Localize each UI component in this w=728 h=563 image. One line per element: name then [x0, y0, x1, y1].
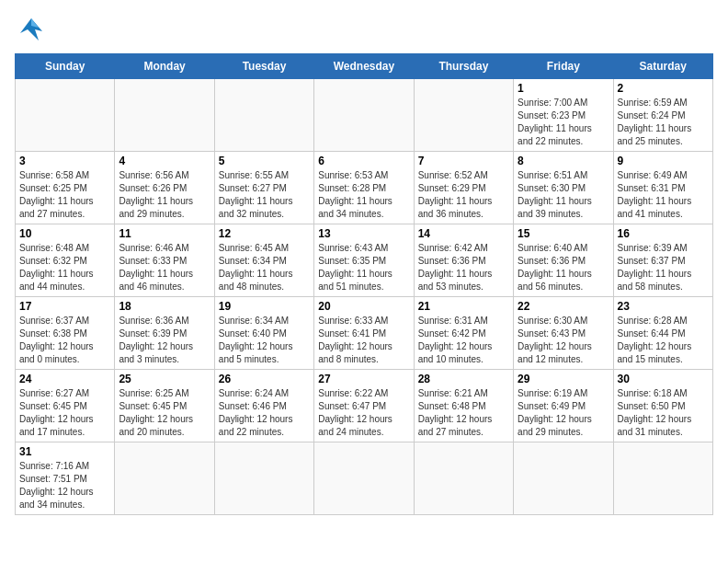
day-number: 8 — [518, 155, 609, 167]
day-info: Sunrise: 6:56 AM Sunset: 6:26 PM Dayligh… — [119, 169, 210, 221]
calendar-day-cell — [214, 79, 313, 152]
calendar-week-row: 31Sunrise: 7:16 AM Sunset: 7:51 PM Dayli… — [16, 442, 713, 515]
calendar-header-row: SundayMondayTuesdayWednesdayThursdayFrid… — [16, 54, 713, 79]
day-number: 23 — [618, 300, 709, 313]
day-info: Sunrise: 6:51 AM Sunset: 6:30 PM Dayligh… — [518, 169, 609, 221]
day-number: 5 — [219, 155, 310, 167]
weekday-header-tuesday: Tuesday — [214, 54, 313, 79]
calendar-week-row: 1Sunrise: 7:00 AM Sunset: 6:23 PM Daylig… — [16, 79, 713, 152]
day-info: Sunrise: 6:58 AM Sunset: 6:25 PM Dayligh… — [19, 169, 110, 221]
day-number: 4 — [119, 155, 210, 167]
calendar-day-cell: 30Sunrise: 6:18 AM Sunset: 6:50 PM Dayli… — [613, 370, 712, 442]
weekday-header-monday: Monday — [115, 54, 214, 79]
day-number: 28 — [418, 373, 509, 385]
calendar-day-cell: 27Sunrise: 6:22 AM Sunset: 6:47 PM Dayli… — [314, 370, 414, 442]
calendar-day-cell — [414, 79, 513, 152]
day-number: 25 — [119, 373, 210, 385]
day-info: Sunrise: 6:30 AM Sunset: 6:43 PM Dayligh… — [518, 315, 609, 366]
calendar-day-cell: 12Sunrise: 6:45 AM Sunset: 6:34 PM Dayli… — [214, 224, 313, 297]
calendar-week-row: 3Sunrise: 6:58 AM Sunset: 6:25 PM Daylig… — [16, 152, 713, 224]
day-number: 11 — [119, 227, 210, 240]
calendar-day-cell: 2Sunrise: 6:59 AM Sunset: 6:24 PM Daylig… — [613, 79, 712, 152]
calendar-day-cell: 22Sunrise: 6:30 AM Sunset: 6:43 PM Dayli… — [514, 297, 613, 370]
calendar-day-cell: 11Sunrise: 6:46 AM Sunset: 6:33 PM Dayli… — [115, 224, 214, 297]
day-number: 22 — [518, 300, 609, 313]
day-info: Sunrise: 6:24 AM Sunset: 6:46 PM Dayligh… — [219, 387, 310, 439]
day-number: 20 — [318, 300, 409, 313]
day-info: Sunrise: 6:53 AM Sunset: 6:28 PM Dayligh… — [318, 169, 409, 221]
day-number: 12 — [219, 227, 310, 240]
day-info: Sunrise: 6:59 AM Sunset: 6:24 PM Dayligh… — [618, 97, 709, 148]
day-info: Sunrise: 6:36 AM Sunset: 6:39 PM Dayligh… — [119, 315, 210, 366]
weekday-header-friday: Friday — [514, 54, 613, 79]
day-info: Sunrise: 6:55 AM Sunset: 6:27 PM Dayligh… — [219, 169, 310, 221]
calendar-day-cell: 6Sunrise: 6:53 AM Sunset: 6:28 PM Daylig… — [314, 152, 414, 224]
calendar-day-cell: 31Sunrise: 7:16 AM Sunset: 7:51 PM Dayli… — [16, 442, 115, 515]
calendar-day-cell — [414, 442, 513, 515]
calendar-table: SundayMondayTuesdayWednesdayThursdayFrid… — [15, 53, 713, 515]
day-info: Sunrise: 6:46 AM Sunset: 6:33 PM Dayligh… — [119, 242, 210, 293]
calendar-day-cell: 28Sunrise: 6:21 AM Sunset: 6:48 PM Dayli… — [414, 370, 513, 442]
day-number: 2 — [618, 82, 709, 95]
day-info: Sunrise: 6:19 AM Sunset: 6:49 PM Dayligh… — [518, 387, 609, 439]
day-number: 1 — [518, 82, 609, 95]
calendar-day-cell: 8Sunrise: 6:51 AM Sunset: 6:30 PM Daylig… — [514, 152, 613, 224]
day-number: 26 — [219, 373, 310, 385]
calendar-day-cell: 5Sunrise: 6:55 AM Sunset: 6:27 PM Daylig… — [214, 152, 313, 224]
day-info: Sunrise: 6:52 AM Sunset: 6:29 PM Dayligh… — [418, 169, 509, 221]
day-number: 31 — [19, 445, 110, 458]
day-info: Sunrise: 6:45 AM Sunset: 6:34 PM Dayligh… — [219, 242, 310, 293]
calendar-day-cell — [314, 442, 414, 515]
day-info: Sunrise: 6:40 AM Sunset: 6:36 PM Dayligh… — [518, 242, 609, 293]
day-info: Sunrise: 6:48 AM Sunset: 6:32 PM Dayligh… — [19, 242, 110, 293]
day-number: 29 — [518, 373, 609, 385]
calendar-day-cell: 18Sunrise: 6:36 AM Sunset: 6:39 PM Dayli… — [115, 297, 214, 370]
calendar-day-cell — [214, 442, 313, 515]
day-number: 30 — [618, 373, 709, 385]
calendar-day-cell: 17Sunrise: 6:37 AM Sunset: 6:38 PM Dayli… — [16, 297, 115, 370]
day-info: Sunrise: 7:16 AM Sunset: 7:51 PM Dayligh… — [19, 460, 110, 511]
calendar-day-cell: 26Sunrise: 6:24 AM Sunset: 6:46 PM Dayli… — [214, 370, 313, 442]
day-number: 27 — [318, 373, 409, 385]
day-info: Sunrise: 6:28 AM Sunset: 6:44 PM Dayligh… — [618, 315, 709, 366]
day-number: 7 — [418, 155, 509, 167]
day-number: 3 — [19, 155, 110, 167]
day-info: Sunrise: 6:21 AM Sunset: 6:48 PM Dayligh… — [418, 387, 509, 439]
day-info: Sunrise: 6:22 AM Sunset: 6:47 PM Dayligh… — [318, 387, 409, 439]
day-info: Sunrise: 6:18 AM Sunset: 6:50 PM Dayligh… — [618, 387, 709, 439]
calendar-day-cell: 7Sunrise: 6:52 AM Sunset: 6:29 PM Daylig… — [414, 152, 513, 224]
day-number: 9 — [618, 155, 709, 167]
day-number: 16 — [618, 227, 709, 240]
calendar-week-row: 17Sunrise: 6:37 AM Sunset: 6:38 PM Dayli… — [16, 297, 713, 370]
weekday-header-sunday: Sunday — [16, 54, 115, 79]
day-info: Sunrise: 6:43 AM Sunset: 6:35 PM Dayligh… — [318, 242, 409, 293]
day-info: Sunrise: 7:00 AM Sunset: 6:23 PM Dayligh… — [518, 97, 609, 148]
calendar-day-cell — [314, 79, 414, 152]
day-number: 19 — [219, 300, 310, 313]
calendar-day-cell — [115, 79, 214, 152]
day-info: Sunrise: 6:49 AM Sunset: 6:31 PM Dayligh… — [618, 169, 709, 221]
calendar-day-cell: 19Sunrise: 6:34 AM Sunset: 6:40 PM Dayli… — [214, 297, 313, 370]
calendar-day-cell: 1Sunrise: 7:00 AM Sunset: 6:23 PM Daylig… — [514, 79, 613, 152]
day-info: Sunrise: 6:39 AM Sunset: 6:37 PM Dayligh… — [618, 242, 709, 293]
calendar-week-row: 24Sunrise: 6:27 AM Sunset: 6:45 PM Dayli… — [16, 370, 713, 442]
logo — [15, 15, 51, 44]
calendar-day-cell — [16, 79, 115, 152]
day-number: 18 — [119, 300, 210, 313]
calendar-day-cell: 9Sunrise: 6:49 AM Sunset: 6:31 PM Daylig… — [613, 152, 712, 224]
day-info: Sunrise: 6:27 AM Sunset: 6:45 PM Dayligh… — [19, 387, 110, 439]
day-info: Sunrise: 6:34 AM Sunset: 6:40 PM Dayligh… — [219, 315, 310, 366]
page-header — [15, 15, 713, 44]
day-info: Sunrise: 6:37 AM Sunset: 6:38 PM Dayligh… — [19, 315, 110, 366]
calendar-day-cell — [115, 442, 214, 515]
calendar-week-row: 10Sunrise: 6:48 AM Sunset: 6:32 PM Dayli… — [16, 224, 713, 297]
calendar-day-cell: 15Sunrise: 6:40 AM Sunset: 6:36 PM Dayli… — [514, 224, 613, 297]
calendar-day-cell: 10Sunrise: 6:48 AM Sunset: 6:32 PM Dayli… — [16, 224, 115, 297]
calendar-day-cell: 24Sunrise: 6:27 AM Sunset: 6:45 PM Dayli… — [16, 370, 115, 442]
calendar-day-cell: 3Sunrise: 6:58 AM Sunset: 6:25 PM Daylig… — [16, 152, 115, 224]
day-number: 24 — [19, 373, 110, 385]
day-info: Sunrise: 6:33 AM Sunset: 6:41 PM Dayligh… — [318, 315, 409, 366]
calendar-day-cell: 20Sunrise: 6:33 AM Sunset: 6:41 PM Dayli… — [314, 297, 414, 370]
day-number: 13 — [318, 227, 409, 240]
day-number: 6 — [318, 155, 409, 167]
